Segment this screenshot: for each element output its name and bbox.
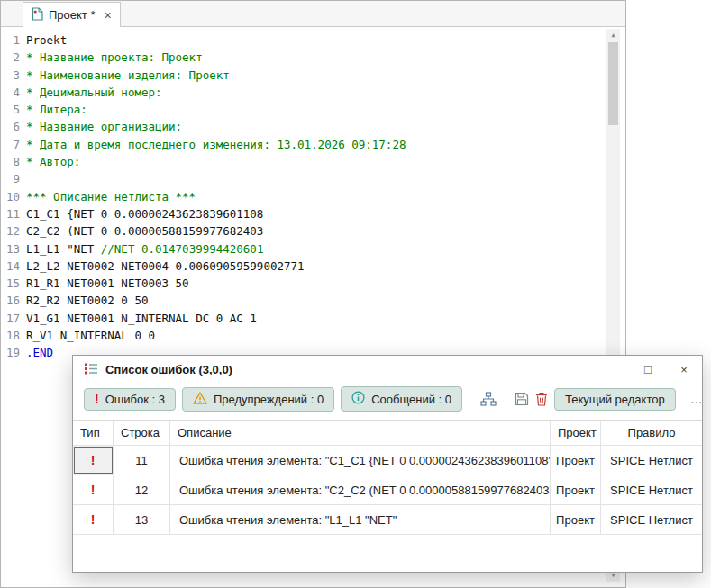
line-number: 6	[1, 118, 26, 135]
cell-rule: SPICE Нетлист	[601, 446, 702, 475]
code-line: 18R_V1 N_INTERNAL 0 0	[1, 327, 625, 344]
cell-rule: SPICE Нетлист	[601, 475, 702, 504]
line-number: 7	[1, 136, 26, 153]
column-header-rule[interactable]: Правило	[601, 421, 702, 445]
code-text: * Наименование изделия: Проект	[26, 67, 230, 84]
code-text: * Децимальный номер:	[26, 84, 162, 101]
tab-close-icon[interactable]: ×	[105, 9, 112, 22]
code-line: 12C2_C2 (NET 0 0.00000588159977682403	[1, 222, 625, 240]
error-list-window: Список ошибок (3,0,0) □ × ! Ошибок : 3 П…	[72, 355, 703, 573]
error-table-header: Тип Строка Описание Проект Правило	[73, 421, 702, 446]
cell-project: Проект	[551, 505, 601, 534]
line-number: 11	[1, 205, 26, 222]
errors-filter-label: Ошибок : 3	[105, 393, 165, 406]
code-line: 4* Децимальный номер:	[1, 84, 625, 101]
cell-project: Проект	[551, 446, 601, 475]
error-table-row[interactable]: !12Ошибка чтения элемента: "C2_C2 (NET 0…	[73, 475, 702, 505]
code-line: 17V1_G1 NET0001 N_INTERNAL DC 0 AC 1	[1, 310, 625, 327]
delete-button[interactable]	[535, 387, 548, 411]
more-options-button[interactable]: …	[682, 392, 711, 406]
info-icon	[351, 391, 365, 407]
code-line: 15R1_R1 NET0001 NET0003 50	[1, 275, 625, 292]
code-line: 7* Дата и время последнего изменения: 13…	[1, 136, 625, 153]
scroll-up-icon[interactable]: ▲	[606, 29, 620, 41]
tab-proekt[interactable]: Проект * ×	[23, 2, 121, 27]
code-text: R1_R1 NET0001 NET0003 50	[26, 275, 189, 292]
code-line: 11C1_C1 {NET 0 0.00000243623839601108	[1, 205, 625, 222]
cell-line: 13	[114, 505, 170, 534]
code-line: 10*** Описание нетлиста ***	[1, 188, 625, 205]
maximize-button[interactable]: □	[634, 358, 662, 382]
save-button[interactable]	[515, 387, 529, 411]
code-text: .END	[26, 344, 53, 361]
code-text: L2_L2 NET0002 NET0004 0.0060905959900277…	[26, 258, 305, 275]
warnings-filter-button[interactable]: Предупреждений : 0	[182, 387, 334, 412]
line-number: 16	[1, 292, 26, 309]
code-text: R2_R2 NET0002 0 50	[26, 292, 148, 309]
line-number: 15	[1, 275, 26, 292]
code-text: * Дата и время последнего изменения: 13.…	[26, 136, 406, 153]
errors-filter-button[interactable]: ! Ошибок : 3	[84, 388, 176, 411]
error-table-row[interactable]: !11Ошибка чтения элемента: "C1_C1 {NET 0…	[73, 446, 702, 475]
line-number: 18	[1, 327, 26, 344]
line-number: 4	[1, 84, 26, 101]
cell-project: Проект	[551, 475, 601, 504]
error-icon: !	[95, 393, 99, 405]
code-text: Proekt	[26, 32, 67, 49]
netlist-document-icon	[32, 7, 43, 23]
code-text: *** Описание нетлиста ***	[26, 188, 196, 205]
cell-type: !	[73, 446, 114, 475]
code-line: 2* Название проекта: Проект	[1, 49, 625, 66]
code-text: * Название проекта: Проект	[26, 49, 203, 66]
line-number: 17	[1, 310, 26, 327]
line-number: 14	[1, 258, 26, 275]
code-text: L1_L1 "NET //NET 0.0147039994420601	[26, 240, 263, 258]
line-number: 5	[1, 101, 26, 118]
code-line: 13L1_L1 "NET //NET 0.0147039994420601	[1, 240, 625, 258]
line-number: 9	[1, 170, 26, 187]
code-line: 5* Литера:	[1, 101, 625, 118]
code-text: * Литера:	[26, 101, 87, 118]
tab-bar: Проект * ×	[1, 1, 625, 27]
code-line: 8* Автор:	[1, 153, 625, 170]
code-text: C2_C2 (NET 0 0.00000588159977682403	[26, 222, 263, 240]
messages-filter-label: Сообщений : 0	[371, 393, 451, 406]
error-table-row[interactable]: !13Ошибка чтения элемента: "L1_L1 "NET"П…	[73, 505, 702, 535]
cell-line: 11	[114, 446, 170, 475]
column-header-project[interactable]: Проект	[551, 421, 601, 445]
error-window-titlebar[interactable]: Список ошибок (3,0,0) □ ×	[73, 356, 702, 384]
cell-description: Ошибка чтения элемента: "C1_C1 {NET 0 0.…	[170, 446, 551, 475]
warnings-filter-label: Предупреждений : 0	[214, 393, 324, 406]
code-lines-container: 1Proekt2* Название проекта: Проект3* Наи…	[1, 32, 625, 362]
code-line: 3* Наименование изделия: Проект	[1, 67, 625, 84]
cell-description: Ошибка чтения элемента: "L1_L1 "NET"	[170, 505, 551, 534]
current-editor-label: Текущий редактор	[565, 393, 665, 406]
line-number: 12	[1, 222, 26, 240]
column-header-type[interactable]: Тип	[73, 421, 114, 445]
error-rows-container: !11Ошибка чтения элемента: "C1_C1 {NET 0…	[73, 446, 702, 535]
code-text: C1_C1 {NET 0 0.00000243623839601108	[26, 205, 263, 222]
messages-filter-button[interactable]: Сообщений : 0	[341, 386, 462, 412]
line-number: 3	[1, 67, 26, 84]
column-header-description[interactable]: Описание	[170, 421, 551, 445]
error-table: Тип Строка Описание Проект Правило !11Ош…	[73, 420, 702, 572]
line-number: 1	[1, 32, 26, 49]
current-editor-button[interactable]: Текущий редактор	[554, 388, 676, 411]
warning-icon	[193, 392, 207, 407]
line-number: 19	[1, 344, 26, 361]
line-number: 8	[1, 153, 26, 170]
scrollbar-thumb[interactable]	[608, 42, 618, 125]
group-hierarchy-button[interactable]	[480, 387, 497, 411]
code-text: R_V1 N_INTERNAL 0 0	[26, 327, 155, 344]
cell-rule: SPICE Нетлист	[601, 505, 702, 534]
error-window-toolbar: ! Ошибок : 3 Предупреждений : 0 Сообщени…	[73, 384, 702, 420]
code-line: 14L2_L2 NET0002 NET0004 0.00609059599002…	[1, 258, 625, 275]
line-number: 10	[1, 188, 26, 205]
cell-type: !	[73, 475, 114, 504]
cell-type: !	[73, 505, 114, 534]
close-button[interactable]: ×	[670, 358, 698, 382]
line-number: 2	[1, 49, 26, 66]
code-line: 16R2_R2 NET0002 0 50	[1, 292, 625, 309]
column-header-line[interactable]: Строка	[114, 421, 170, 445]
code-line: 6* Название организации:	[1, 118, 625, 135]
